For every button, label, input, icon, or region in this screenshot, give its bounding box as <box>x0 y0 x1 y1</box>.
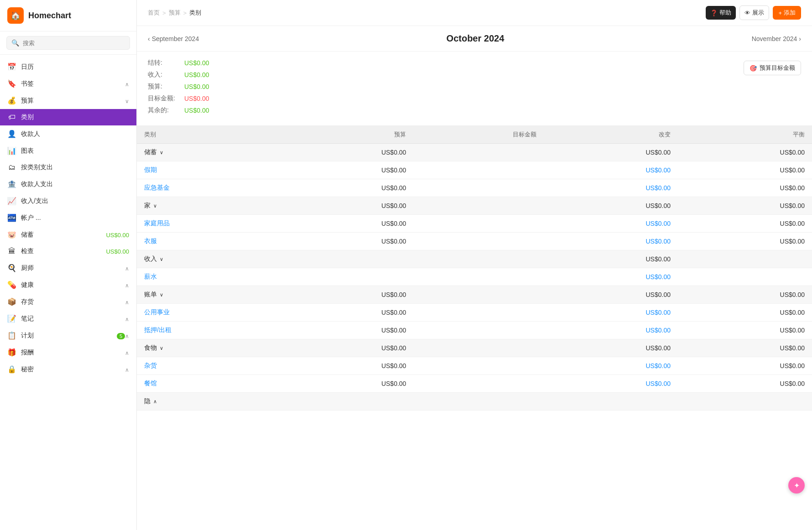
sidebar-item-health[interactable]: 💊 健康 ∧ <box>0 276 136 293</box>
sidebar-item-secret[interactable]: 🔒 秘密 ∧ <box>0 361 136 378</box>
change-link[interactable]: US$0.00 <box>645 362 670 369</box>
sidebar: 🏠 Homechart 🔍 📅 日历 🔖 书签 ∧ 💰 预算 ∨ 🏷 类别 <box>0 0 137 530</box>
breadcrumb-current: 类别 <box>189 9 201 17</box>
sub-balance-cell: US$0.00 <box>678 322 812 339</box>
sub-target-cell <box>413 233 544 250</box>
sidebar-item-calendar[interactable]: 📅 日历 <box>0 58 136 75</box>
sub-label-link[interactable]: 杂货 <box>144 362 157 369</box>
floating-action-button[interactable]: ✦ <box>788 477 805 494</box>
change-link[interactable]: US$0.00 <box>645 273 670 281</box>
sub-label-cell: 杂货 <box>137 357 279 375</box>
sidebar-item-accounts[interactable]: 🏧 帐户 ... <box>0 209 136 226</box>
nav-label-notes: 笔记 <box>21 315 34 323</box>
budget-target-button[interactable]: 🎯 预算目标金额 <box>744 61 801 75</box>
group-change-cell <box>544 393 678 410</box>
sub-label-link[interactable]: 抵押/出租 <box>144 326 172 333</box>
sub-label-link[interactable]: 应急基金 <box>144 184 170 191</box>
nav-label-inventory: 存货 <box>21 298 34 306</box>
sub-change-cell: US$0.00 <box>544 357 678 375</box>
nav-item-left-inventory: 📦 存货 <box>7 297 34 306</box>
sub-budget-cell: US$0.00 <box>279 215 413 233</box>
nav-chevron-reward: ∧ <box>125 350 129 356</box>
sidebar-item-chef[interactable]: 🍳 厨师 ∧ <box>0 260 136 276</box>
sidebar-item-reward[interactable]: 🎁 报酬 ∧ <box>0 344 136 361</box>
group-chevron[interactable]: ∨ <box>153 203 157 209</box>
sub-label-cell: 餐馆 <box>137 375 279 393</box>
group-chevron[interactable]: ∧ <box>153 399 157 405</box>
sidebar-item-payees[interactable]: 👤 收款人 <box>0 125 136 142</box>
change-link[interactable]: US$0.00 <box>645 220 670 227</box>
nav-item-left-charts: 📊 图表 <box>7 146 34 155</box>
group-chevron[interactable]: ∨ <box>160 256 163 262</box>
sidebar-item-savings[interactable]: 🐷 储蓄 US$0.00 <box>0 226 136 243</box>
sub-change-cell: US$0.00 <box>544 233 678 250</box>
sub-balance-cell: US$0.00 <box>678 375 812 393</box>
sub-label-link[interactable]: 假期 <box>144 166 157 173</box>
sidebar-item-categories[interactable]: 🏷 类别 <box>0 109 136 125</box>
nav-label-by-category: 按类别支出 <box>21 163 53 171</box>
nav-label-check: 检查 <box>21 247 34 255</box>
sub-label-link[interactable]: 家庭用品 <box>144 219 170 227</box>
change-link[interactable]: US$0.00 <box>645 184 670 192</box>
summary-section: 结转: US$0.00 收入: US$0.00 预算: US$0.00 目标金额… <box>137 52 812 126</box>
breadcrumb-home[interactable]: 首页 <box>148 9 160 17</box>
nav-icon-notes: 📝 <box>7 314 16 323</box>
breadcrumb-budget[interactable]: 预算 <box>169 9 181 17</box>
show-button[interactable]: 👁 展示 <box>739 5 769 20</box>
nav-label-payees: 收款人 <box>21 130 40 138</box>
sub-budget-cell: US$0.00 <box>279 233 413 250</box>
nav-item-left-chef: 🍳 厨师 <box>7 264 34 272</box>
summary-value-1: US$0.00 <box>184 71 209 78</box>
sidebar-item-notes[interactable]: 📝 笔记 ∧ <box>0 310 136 327</box>
sidebar-item-inventory[interactable]: 📦 存货 ∧ <box>0 293 136 310</box>
summary-right: 🎯 预算目标金额 <box>744 59 801 118</box>
group-chevron[interactable]: ∨ <box>160 345 163 351</box>
sub-label-link[interactable]: 薪水 <box>144 273 157 280</box>
table-row: 账单 ∨ US$0.00 US$0.00 US$0.00 <box>137 286 812 304</box>
table-header-4: 平衡 <box>678 126 812 144</box>
change-link[interactable]: US$0.00 <box>645 327 670 334</box>
sub-budget-cell: US$0.00 <box>279 304 413 322</box>
summary-row-0: 结转: US$0.00 <box>148 59 744 67</box>
group-budget-cell <box>279 393 413 410</box>
sub-label-link[interactable]: 餐馆 <box>144 379 157 387</box>
sub-balance-cell: US$0.00 <box>678 161 812 179</box>
sidebar-item-budget[interactable]: 💰 预算 ∨ <box>0 92 136 109</box>
summary-value-0: US$0.00 <box>184 59 209 67</box>
change-link[interactable]: US$0.00 <box>645 238 670 245</box>
sub-label-link[interactable]: 公用事业 <box>144 308 170 316</box>
nav-item-left-accounts: 🏧 帐户 ... <box>7 213 41 222</box>
sub-label-link[interactable]: 衣服 <box>144 237 157 244</box>
add-button[interactable]: + 添加 <box>773 6 801 20</box>
group-budget-cell: US$0.00 <box>279 197 413 215</box>
summary-left: 结转: US$0.00 收入: US$0.00 预算: US$0.00 目标金额… <box>148 59 744 118</box>
sidebar-item-by-category[interactable]: 🗂 按类别支出 <box>0 159 136 176</box>
nav-icon-chef: 🍳 <box>7 264 16 272</box>
search-input[interactable] <box>23 40 125 47</box>
sidebar-item-bookmarks[interactable]: 🔖 书签 ∧ <box>0 75 136 92</box>
app-title: Homechart <box>28 11 71 21</box>
group-change-cell: US$0.00 <box>544 286 678 304</box>
sidebar-item-by-payee[interactable]: 🏦 收款人支出 <box>0 176 136 192</box>
sidebar-item-check[interactable]: 🏛 检查 US$0.00 <box>0 243 136 260</box>
sidebar-item-income-expense[interactable]: 📈 收入/支出 <box>0 192 136 209</box>
sub-budget-cell: US$0.00 <box>279 179 413 197</box>
change-link[interactable]: US$0.00 <box>645 166 670 174</box>
change-link[interactable]: US$0.00 <box>645 380 670 387</box>
sub-target-cell <box>413 375 544 393</box>
help-button[interactable]: ❓ 帮助 <box>706 6 736 20</box>
sidebar-item-charts[interactable]: 📊 图表 <box>0 142 136 159</box>
summary-row-2: 预算: US$0.00 <box>148 83 744 91</box>
nav-badge-plan: 5 <box>117 333 125 339</box>
next-month-button[interactable]: November 2024 › <box>752 35 801 42</box>
sub-label-cell: 衣服 <box>137 233 279 250</box>
sub-balance-cell: US$0.00 <box>678 233 812 250</box>
group-chevron[interactable]: ∨ <box>160 292 163 298</box>
prev-month-button[interactable]: ‹ September 2024 <box>148 35 199 42</box>
sidebar-item-plan[interactable]: 📋 计划 5∧ <box>0 327 136 344</box>
sub-change-cell: US$0.00 <box>544 268 678 286</box>
group-label-cell: 食物 ∨ <box>137 339 279 357</box>
group-chevron[interactable]: ∨ <box>160 150 163 156</box>
summary-label-0: 结转: <box>148 59 184 67</box>
change-link[interactable]: US$0.00 <box>645 309 670 316</box>
